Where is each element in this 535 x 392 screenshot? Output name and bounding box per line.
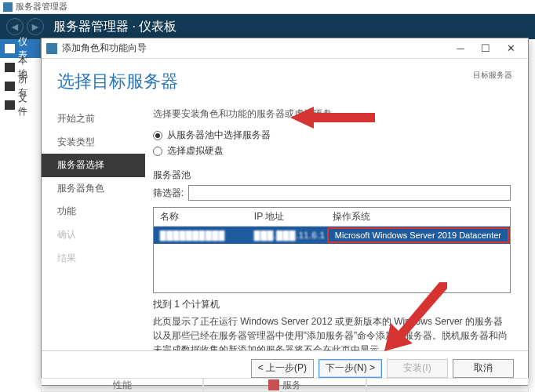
dialog-titlebar: 添加角色和功能向导 ─ ☐ ✕	[42, 38, 528, 59]
strip-perf[interactable]: 性能	[41, 378, 203, 392]
maximize-button[interactable]: ☐	[473, 40, 498, 57]
radio-icon	[153, 131, 162, 140]
step-features[interactable]: 功能	[42, 200, 145, 223]
radio-vhd[interactable]: 选择虚拟硬盘	[153, 144, 511, 158]
outer-titlebar: 服务器管理器	[0, 0, 535, 14]
dashboard-icon	[5, 44, 15, 53]
pool-label: 服务器池	[153, 169, 511, 182]
close-button[interactable]: ✕	[498, 40, 523, 57]
install-button: 安装(I)	[387, 359, 448, 378]
cell-name: ██████████	[154, 229, 248, 241]
server-table: 名称 IP 地址 操作系统 ██████████ ███.███.11.6.1 …	[153, 207, 511, 293]
filter-input[interactable]	[188, 185, 511, 201]
col-ip[interactable]: IP 地址	[248, 208, 326, 226]
outer-title: 服务器管理器	[16, 1, 67, 13]
back-button[interactable]: ◄	[6, 18, 24, 35]
nav-item-file[interactable]: 文件	[0, 96, 41, 114]
target-server-label: 目标服务器	[473, 70, 512, 81]
step-install-type[interactable]: 安装类型	[42, 131, 145, 154]
cell-os: Microsoft Windows Server 2019 Datacenter	[327, 227, 509, 243]
radio-icon	[153, 147, 162, 156]
add-roles-dialog: 添加角色和功能向导 ─ ☐ ✕ 选择目标服务器 目标服务器 开始之前 安装类型 …	[41, 38, 529, 386]
server-icon	[5, 63, 15, 72]
strip-svc[interactable]: 服务	[203, 378, 366, 392]
step-server-selection[interactable]: 服务器选择	[42, 154, 145, 177]
col-os[interactable]: 操作系统	[326, 208, 510, 226]
cancel-button[interactable]: 取消	[453, 359, 514, 378]
server-manager-window: 服务器管理器 ◄ ► 服务器管理器 · 仪表板 仪表 本地 所有 文件 添加角色…	[0, 0, 535, 392]
radio-from-pool[interactable]: 从服务器池中选择服务器	[153, 129, 511, 142]
main-description: 选择要安装角色和功能的服务器或虚拟硬盘。	[153, 107, 511, 121]
dialog-main: 选择要安装角色和功能的服务器或虚拟硬盘。 从服务器池中选择服务器 选择虚拟硬盘 …	[145, 101, 528, 346]
count-line: 找到 1 个计算机	[153, 298, 511, 311]
filter-row: 筛选器:	[153, 185, 511, 201]
nav-header: ◄ ► 服务器管理器 · 仪表板	[0, 14, 535, 39]
step-results: 结果	[42, 247, 145, 270]
left-nav: 仪表 本地 所有 文件	[0, 39, 41, 114]
dialog-title: 添加角色和功能向导	[62, 42, 448, 55]
dialog-body: 开始之前 安装类型 服务器选择 服务器角色 功能 确认 结果 选择要安装角色和功…	[42, 101, 528, 346]
prev-button[interactable]: < 上一步(P)	[251, 359, 314, 378]
servers-icon	[5, 82, 15, 91]
wizard-steps: 开始之前 安装类型 服务器选择 服务器角色 功能 确认 结果	[42, 101, 145, 346]
step-server-roles[interactable]: 服务器角色	[42, 177, 145, 201]
dialog-header: 选择目标服务器 目标服务器	[42, 59, 528, 101]
forward-button[interactable]: ►	[27, 18, 44, 35]
nav-title: 服务器管理器 · 仪表板	[53, 19, 177, 35]
app-icon	[3, 2, 13, 12]
strip-empty	[366, 378, 529, 392]
step-confirm: 确认	[42, 223, 145, 247]
file-icon	[5, 100, 15, 110]
step-before-begin[interactable]: 开始之前	[42, 107, 145, 131]
dialog-icon	[46, 43, 57, 54]
next-button[interactable]: 下一步(N) >	[318, 359, 382, 378]
minimize-button[interactable]: ─	[448, 40, 473, 57]
cell-ip: ███.███.11.6.1	[248, 229, 326, 241]
dialog-heading: 选择目标服务器	[57, 70, 178, 93]
server-row[interactable]: ██████████ ███.███.11.6.1 Microsoft Wind…	[154, 227, 510, 244]
square-icon	[268, 379, 279, 390]
filter-label: 筛选器:	[153, 187, 184, 200]
table-header: 名称 IP 地址 操作系统	[154, 208, 510, 227]
bottom-strip: 性能 服务	[41, 378, 529, 392]
col-name[interactable]: 名称	[154, 208, 248, 226]
